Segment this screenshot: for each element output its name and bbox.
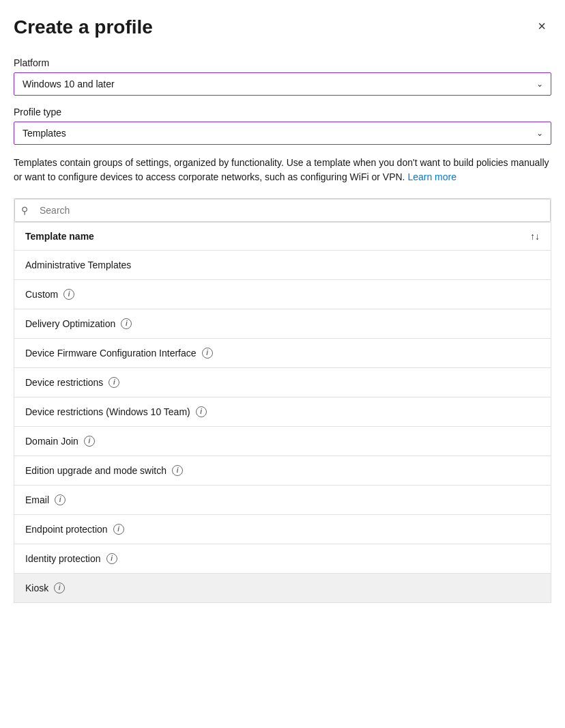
table-row[interactable]: Customi xyxy=(14,280,551,309)
search-wrapper: ⚲ xyxy=(14,199,551,222)
platform-select[interactable]: Windows 10 and later xyxy=(14,72,551,96)
table-row[interactable]: Endpoint protectioni xyxy=(14,515,551,544)
search-container: ⚲ xyxy=(14,198,551,223)
info-icon-device-firmware-configuration-interface[interactable]: i xyxy=(202,348,213,359)
row-name-endpoint-protection: Endpoint protection xyxy=(25,524,108,535)
table-row[interactable]: Domain Joini xyxy=(14,427,551,456)
row-name-device-firmware-configuration-interface: Device Firmware Configuration Interface xyxy=(25,348,197,359)
table-row[interactable]: Kioski xyxy=(14,574,551,602)
info-icon-identity-protection[interactable]: i xyxy=(106,553,117,564)
platform-field-group: Platform Windows 10 and later ⌄ xyxy=(14,57,551,96)
table-row[interactable]: Emaili xyxy=(14,486,551,515)
dialog-header: Create a profile × xyxy=(14,16,551,38)
dialog-title: Create a profile xyxy=(14,16,153,38)
info-icon-email[interactable]: i xyxy=(55,494,66,505)
info-icon-device-restrictions[interactable]: i xyxy=(108,377,119,388)
profile-type-field-group: Profile type Templates ⌄ xyxy=(14,107,551,145)
close-button[interactable]: × xyxy=(532,16,551,36)
sort-icon[interactable]: ↑↓ xyxy=(530,231,540,242)
platform-select-wrapper: Windows 10 and later ⌄ xyxy=(14,72,551,96)
info-icon-kiosk[interactable]: i xyxy=(54,583,65,593)
create-profile-dialog: Create a profile × Platform Windows 10 a… xyxy=(0,0,565,728)
row-name-kiosk: Kiosk xyxy=(25,583,48,593)
platform-label: Platform xyxy=(14,57,551,68)
table-row[interactable]: Device restrictionsi xyxy=(14,368,551,397)
table-row[interactable]: Administrative Templates xyxy=(14,251,551,280)
row-name-custom: Custom xyxy=(25,289,58,300)
info-icon-domain-join[interactable]: i xyxy=(84,436,95,447)
info-icon-edition-upgrade-and-mode-switch[interactable]: i xyxy=(172,465,183,476)
search-input[interactable] xyxy=(14,199,551,222)
row-name-edition-upgrade-and-mode-switch: Edition upgrade and mode switch xyxy=(25,465,166,476)
table-rows-container: Administrative TemplatesCustomiDelivery … xyxy=(14,251,551,602)
info-icon-custom[interactable]: i xyxy=(63,289,74,300)
table-row[interactable]: Device restrictions (Windows 10 Team)i xyxy=(14,397,551,427)
learn-more-link[interactable]: Learn more xyxy=(407,171,457,182)
row-name-identity-protection: Identity protection xyxy=(25,553,101,564)
template-table: Template name ↑↓ Administrative Template… xyxy=(14,223,551,603)
profile-type-label: Profile type xyxy=(14,107,551,117)
table-row[interactable]: Identity protectioni xyxy=(14,544,551,574)
info-icon-delivery-optimization[interactable]: i xyxy=(121,318,132,329)
description-text: Templates contain groups of settings, or… xyxy=(14,156,551,184)
info-icon-device-restrictions-windows-10-team[interactable]: i xyxy=(196,406,207,417)
row-name-administrative-templates: Administrative Templates xyxy=(25,260,131,270)
profile-type-select[interactable]: Templates xyxy=(14,122,551,145)
table-row[interactable]: Device Firmware Configuration Interfacei xyxy=(14,339,551,368)
row-name-domain-join: Domain Join xyxy=(25,436,78,447)
table-header: Template name ↑↓ xyxy=(14,223,551,251)
row-name-device-restrictions-windows-10-team: Device restrictions (Windows 10 Team) xyxy=(25,406,190,417)
row-name-email: Email xyxy=(25,494,49,505)
table-row[interactable]: Delivery Optimizationi xyxy=(14,309,551,339)
template-name-column-header: Template name xyxy=(25,231,94,242)
row-name-device-restrictions: Device restrictions xyxy=(25,377,103,388)
search-icon: ⚲ xyxy=(21,205,28,216)
row-name-delivery-optimization: Delivery Optimization xyxy=(25,318,115,329)
profile-type-select-wrapper: Templates ⌄ xyxy=(14,122,551,145)
table-row[interactable]: Edition upgrade and mode switchi xyxy=(14,456,551,486)
info-icon-endpoint-protection[interactable]: i xyxy=(113,524,124,535)
